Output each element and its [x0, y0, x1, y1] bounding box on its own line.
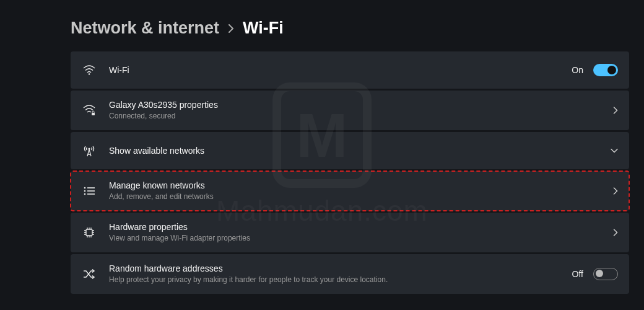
- connected-network-title: Galaxy A30s2935 properties: [109, 99, 613, 110]
- random-mac-title: Random hardware addresses: [109, 263, 572, 274]
- connected-network-subtitle: Connected, secured: [109, 111, 613, 122]
- breadcrumb-current: Wi-Fi: [243, 19, 284, 38]
- hardware-subtitle: View and manage Wi-Fi adapter properties: [109, 233, 613, 244]
- random-mac-subtitle: Help protect your privacy by making it h…: [109, 275, 572, 285]
- svg-rect-8: [87, 193, 95, 195]
- random-mac-status: Off: [572, 269, 583, 279]
- svg-point-0: [89, 73, 90, 74]
- svg-point-5: [84, 190, 86, 192]
- settings-content: Network & internet Wi-Fi Wi-Fi On: [0, 0, 644, 309]
- chevron-right-icon: [613, 187, 618, 195]
- hardware-properties-card[interactable]: Hardware properties View and manage Wi-F…: [71, 213, 629, 252]
- wifi-toggle-title: Wi-Fi: [109, 64, 572, 76]
- settings-list: Wi-Fi On Galaxy A30s2935 properties: [71, 51, 629, 294]
- manage-known-subtitle: Add, remove, and edit networks: [109, 192, 613, 202]
- svg-rect-1: [92, 113, 95, 115]
- wifi-secured-icon: [80, 105, 98, 116]
- available-networks-card[interactable]: Show available networks: [71, 132, 629, 169]
- manage-known-title: Manage known networks: [109, 180, 613, 191]
- list-icon: [80, 187, 98, 195]
- antenna-icon: [80, 144, 98, 157]
- svg-rect-9: [86, 229, 92, 236]
- random-mac-card[interactable]: Random hardware addresses Help protect y…: [71, 254, 629, 294]
- chip-icon: [80, 227, 98, 238]
- hardware-title: Hardware properties: [109, 221, 613, 232]
- chevron-right-icon: [613, 229, 618, 236]
- wifi-toggle-card[interactable]: Wi-Fi On: [71, 51, 629, 89]
- svg-rect-6: [87, 190, 95, 192]
- svg-rect-4: [87, 187, 95, 188]
- svg-point-7: [84, 193, 86, 195]
- wifi-icon: [80, 65, 98, 75]
- available-networks-title: Show available networks: [109, 145, 611, 156]
- breadcrumb-parent[interactable]: Network & internet: [71, 19, 219, 38]
- connected-network-card[interactable]: Galaxy A30s2935 properties Connected, se…: [71, 91, 629, 130]
- wifi-toggle-switch[interactable]: [593, 64, 618, 76]
- shuffle-icon: [80, 269, 98, 279]
- wifi-toggle-status: On: [572, 65, 583, 75]
- manage-known-networks-card[interactable]: Manage known networks Add, remove, and e…: [71, 171, 629, 211]
- breadcrumb: Network & internet Wi-Fi: [71, 19, 629, 38]
- svg-point-3: [84, 187, 86, 189]
- chevron-right-icon: [228, 24, 234, 33]
- chevron-down-icon: [611, 148, 618, 153]
- chevron-right-icon: [613, 107, 618, 114]
- random-mac-toggle[interactable]: [593, 268, 618, 280]
